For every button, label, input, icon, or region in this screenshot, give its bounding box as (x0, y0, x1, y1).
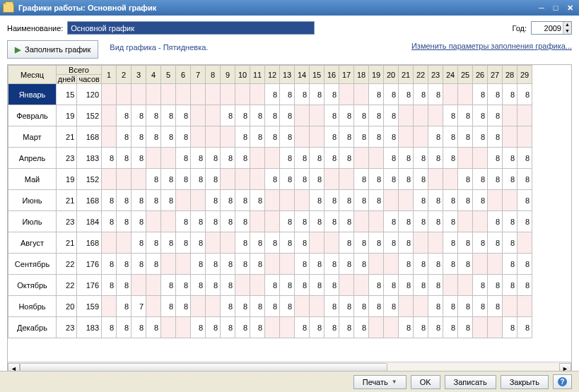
day-cell[interactable]: 8 (369, 232, 384, 254)
day-cell[interactable]: 8 (280, 169, 295, 190)
day-cell[interactable]: 8 (221, 211, 235, 232)
day-cell[interactable]: 8 (324, 317, 339, 338)
day-cell[interactable]: 8 (280, 211, 295, 232)
day-cell[interactable]: 8 (414, 211, 428, 232)
day-cell[interactable] (176, 84, 191, 105)
day-cell[interactable] (399, 105, 414, 126)
day-cell[interactable]: 8 (369, 105, 384, 126)
day-cell[interactable]: 8 (443, 190, 458, 211)
day-cell[interactable]: 8 (146, 317, 161, 338)
day-cell[interactable]: 8 (473, 190, 488, 211)
day-cell[interactable]: 8 (221, 296, 235, 317)
day-cell[interactable]: 8 (235, 254, 250, 275)
day-cell[interactable]: 8 (176, 169, 191, 190)
day-cell[interactable] (206, 232, 221, 254)
day-cell[interactable]: 8 (503, 211, 517, 232)
day-cell[interactable] (102, 169, 117, 190)
day-cell[interactable] (161, 148, 176, 169)
day-cell[interactable]: 8 (235, 126, 250, 148)
day-cell[interactable]: 8 (324, 148, 339, 169)
day-cell[interactable]: 8 (384, 232, 399, 254)
day-cell[interactable]: 8 (458, 105, 473, 126)
day-cell[interactable]: 8 (176, 105, 191, 126)
day-cell[interactable]: 8 (117, 211, 131, 232)
day-cell[interactable]: 8 (443, 317, 458, 338)
day-cell[interactable]: 8 (324, 275, 339, 296)
day-cell[interactable]: 8 (503, 275, 517, 296)
day-cell[interactable] (443, 84, 458, 105)
day-cell[interactable] (146, 211, 161, 232)
day-cell[interactable]: 8 (443, 211, 458, 232)
day-cell[interactable] (221, 169, 235, 190)
day-cell[interactable] (414, 296, 428, 317)
day-cell[interactable] (176, 317, 191, 338)
day-cell[interactable]: 8 (354, 232, 369, 254)
day-cell[interactable] (369, 317, 384, 338)
day-cell[interactable]: 8 (384, 105, 399, 126)
day-cell[interactable] (265, 190, 280, 211)
day-cell[interactable] (191, 126, 206, 148)
day-cell[interactable] (235, 169, 250, 190)
month-row[interactable]: Декабрь23183888888888888888888888 (8, 317, 532, 338)
day-cell[interactable] (191, 190, 206, 211)
day-cell[interactable]: 8 (324, 296, 339, 317)
day-cell[interactable]: 8 (354, 169, 369, 190)
month-row[interactable]: Ноябрь201598788888888888888888 (8, 296, 532, 317)
day-cell[interactable] (280, 317, 295, 338)
day-cell[interactable] (473, 211, 488, 232)
day-cell[interactable]: 8 (339, 105, 354, 126)
day-cell[interactable] (206, 296, 221, 317)
day-cell[interactable] (235, 84, 250, 105)
day-cell[interactable]: 8 (102, 254, 117, 275)
month-row[interactable]: Февраль191528888888888888888888 (8, 105, 532, 126)
day-cell[interactable] (503, 105, 517, 126)
day-cell[interactable] (102, 126, 117, 148)
day-cell[interactable]: 8 (102, 190, 117, 211)
day-cell[interactable] (354, 275, 369, 296)
day-cell[interactable] (458, 211, 473, 232)
day-cell[interactable] (354, 148, 369, 169)
day-cell[interactable] (146, 296, 161, 317)
day-cell[interactable] (131, 169, 146, 190)
day-cell[interactable]: 8 (221, 317, 235, 338)
day-cell[interactable] (488, 254, 503, 275)
day-cell[interactable]: 8 (399, 275, 414, 296)
month-row[interactable]: Июнь2116888888888888888888888 (8, 190, 532, 211)
day-cell[interactable]: 8 (280, 232, 295, 254)
day-cell[interactable] (295, 105, 310, 126)
day-cell[interactable] (517, 126, 532, 148)
day-cell[interactable]: 8 (191, 232, 206, 254)
day-cell[interactable] (250, 84, 265, 105)
day-cell[interactable]: 8 (399, 317, 414, 338)
day-cell[interactable] (176, 190, 191, 211)
day-cell[interactable] (458, 148, 473, 169)
day-cell[interactable]: 8 (280, 275, 295, 296)
day-cell[interactable]: 8 (265, 126, 280, 148)
day-cell[interactable]: 8 (414, 275, 428, 296)
day-cell[interactable]: 8 (428, 148, 443, 169)
day-cell[interactable]: 8 (310, 169, 324, 190)
day-cell[interactable]: 8 (458, 254, 473, 275)
day-cell[interactable]: 8 (369, 126, 384, 148)
day-cell[interactable] (102, 84, 117, 105)
day-cell[interactable]: 8 (503, 169, 517, 190)
day-cell[interactable] (117, 169, 131, 190)
day-cell[interactable]: 8 (488, 232, 503, 254)
day-cell[interactable]: 8 (488, 148, 503, 169)
day-cell[interactable]: 8 (503, 232, 517, 254)
month-row[interactable]: Октябрь22176888888888888888888888 (8, 275, 532, 296)
day-cell[interactable]: 8 (295, 169, 310, 190)
day-cell[interactable] (339, 169, 354, 190)
day-cell[interactable]: 8 (206, 169, 221, 190)
day-cell[interactable]: 8 (280, 296, 295, 317)
day-cell[interactable]: 8 (473, 169, 488, 190)
day-cell[interactable]: 8 (235, 296, 250, 317)
day-cell[interactable]: 8 (443, 254, 458, 275)
day-cell[interactable] (310, 126, 324, 148)
day-cell[interactable]: 8 (146, 105, 161, 126)
day-cell[interactable]: 8 (176, 296, 191, 317)
day-cell[interactable] (146, 275, 161, 296)
day-cell[interactable]: 8 (191, 254, 206, 275)
day-cell[interactable] (369, 148, 384, 169)
day-cell[interactable] (250, 148, 265, 169)
